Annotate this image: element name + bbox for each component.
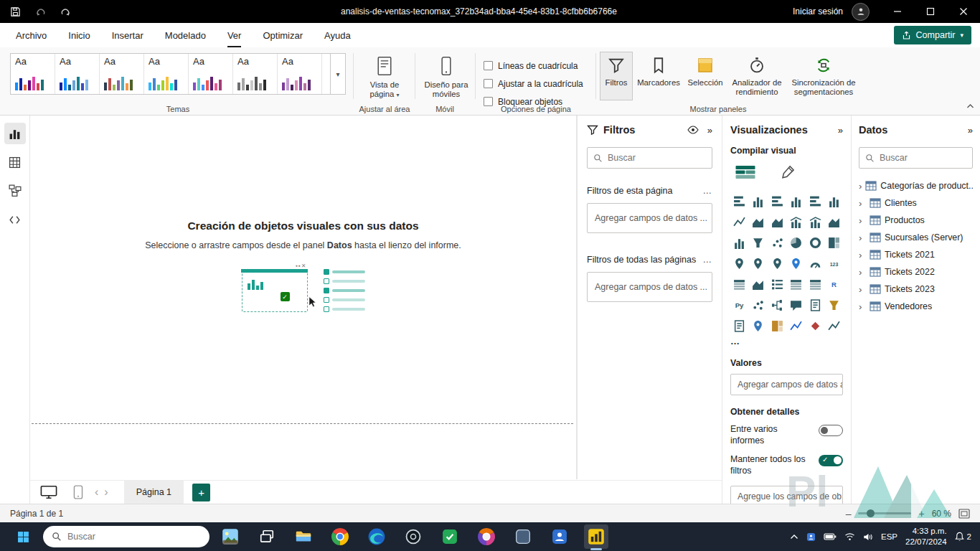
maximize-button[interactable] (914, 0, 947, 23)
task-view-taskbar-icon[interactable] (255, 524, 279, 549)
paginated-report-icon[interactable] (730, 317, 748, 334)
page-view-button[interactable]: Vista de página ▾ (357, 53, 412, 100)
data-search-input[interactable] (880, 153, 966, 163)
theme-gallery-dropdown[interactable]: ▾ (330, 54, 345, 94)
undo-icon[interactable] (35, 6, 46, 17)
stacked-column-chart-icon[interactable] (750, 192, 767, 209)
r-script-visual-icon[interactable]: R (826, 276, 843, 293)
report-canvas[interactable]: Creación de objetos visuales con sus dat… (30, 116, 577, 479)
line-chart-icon[interactable] (730, 213, 748, 230)
decomposition-tree-icon[interactable] (768, 296, 786, 314)
data-search[interactable] (859, 147, 973, 169)
donut-chart-icon[interactable] (806, 234, 824, 251)
prev-page-icon[interactable]: ‹ (95, 486, 98, 499)
collapse-pane-icon[interactable]: » (838, 125, 843, 136)
minimize-button[interactable] (881, 0, 914, 23)
hidden-icons-chevron[interactable] (790, 534, 798, 540)
data-table-row[interactable]: ›Sucursales (Server) (859, 229, 973, 246)
line-clustered-column-chart-icon[interactable] (806, 213, 824, 230)
menu-insertar[interactable]: Insertar (112, 23, 143, 47)
slicer-icon[interactable] (768, 276, 786, 293)
data-table-row[interactable]: ›Tickets 2022 (859, 263, 973, 281)
zoom-in-button[interactable]: + (918, 508, 924, 519)
wifi-icon[interactable] (844, 532, 855, 541)
data-table-row[interactable]: ›Tickets 2021 (859, 246, 973, 263)
green-app-taskbar-icon[interactable] (438, 524, 462, 549)
share-button[interactable]: Compartir ▾ (894, 26, 971, 44)
save-icon[interactable] (10, 6, 21, 17)
theme-card-4[interactable]: Aa (144, 54, 189, 94)
colorful-browser-taskbar-icon[interactable] (474, 524, 499, 549)
taskbar-search[interactable] (43, 526, 209, 547)
photos-app-taskbar-icon[interactable] (218, 524, 242, 549)
python-visual-icon[interactable]: Py (730, 296, 748, 314)
theme-card-6[interactable]: Aa (233, 54, 278, 94)
desktop-layout-icon[interactable] (40, 485, 57, 499)
report-view-button[interactable] (4, 123, 26, 144)
data-table-row[interactable]: ›Tickets 2023 (859, 281, 973, 298)
gridlines-checkbox-row[interactable]: Líneas de cuadrícula (484, 57, 583, 75)
theme-card-2[interactable]: Aa (55, 54, 100, 94)
stacked-area-chart-icon[interactable] (768, 213, 786, 230)
sign-in-link[interactable]: Iniciar sesión (793, 6, 843, 17)
start-button[interactable] (10, 524, 36, 550)
glass-app-taskbar-icon[interactable] (511, 524, 535, 549)
battery-icon[interactable] (824, 532, 837, 541)
people-app-taskbar-icon[interactable] (547, 524, 572, 549)
fit-to-page-icon[interactable] (958, 509, 970, 519)
expand-chevron-icon[interactable]: › (859, 250, 866, 260)
menu-optimizar[interactable]: Optimizar (263, 23, 303, 47)
language-indicator[interactable]: ESP (881, 532, 897, 541)
expand-chevron-icon[interactable]: › (859, 232, 866, 243)
multi-row-card-icon[interactable] (730, 276, 748, 293)
matrix-icon[interactable] (806, 276, 824, 293)
power-bi-taskbar-icon[interactable] (584, 524, 608, 549)
filters-search[interactable] (587, 147, 712, 169)
table-icon[interactable] (788, 276, 805, 293)
zoom-slider-handle[interactable] (867, 509, 875, 517)
azure-map-icon[interactable] (788, 255, 805, 272)
filters-panel-button[interactable]: Filtros (600, 52, 633, 100)
100-stacked-column-chart-icon[interactable] (826, 192, 843, 209)
waterfall-chart-icon[interactable] (730, 234, 748, 251)
build-visual-tab[interactable] (735, 164, 756, 181)
values-dropzone[interactable]: Agregar campos de datos a... (730, 374, 843, 395)
more-visuals-icon[interactable]: … (730, 336, 843, 347)
eye-icon[interactable] (687, 126, 699, 134)
funnel-chart-icon[interactable] (750, 234, 767, 251)
clustered-bar-chart-icon[interactable] (768, 192, 786, 209)
cross-report-toggle[interactable] (819, 425, 843, 436)
card-icon[interactable]: 123 (826, 255, 843, 272)
kpi-icon[interactable] (750, 276, 767, 293)
mobile-layout-button[interactable]: Diseño para móviles (418, 53, 475, 100)
theme-card-7[interactable]: Aa (278, 54, 322, 94)
gridlines-checkbox[interactable] (484, 61, 493, 70)
stacked-bar-chart-icon[interactable] (730, 192, 748, 209)
theme-card-3[interactable]: Aa (100, 54, 144, 94)
power-apps-icon[interactable] (768, 317, 786, 334)
metrics-icon[interactable] (826, 296, 843, 314)
expand-chevron-icon[interactable]: › (859, 284, 866, 295)
filters-page-dropzone[interactable]: Agregar campos de datos ... (587, 203, 712, 233)
expand-chevron-icon[interactable]: › (859, 267, 866, 278)
pie-chart-icon[interactable] (788, 234, 805, 251)
menu-inicio[interactable]: Inicio (68, 23, 90, 47)
data-table-row[interactable]: ›Clientes (859, 194, 973, 212)
ring-app-taskbar-icon[interactable] (401, 524, 425, 549)
keep-filters-toggle[interactable] (819, 455, 843, 466)
mobile-layout-icon[interactable] (73, 485, 83, 499)
data-table-row[interactable]: ›Productos (859, 212, 973, 229)
premium-visual-icon[interactable] (806, 317, 824, 334)
expand-chevron-icon[interactable]: › (859, 181, 862, 192)
zoom-out-button[interactable]: – (846, 508, 852, 519)
taskbar-search-input[interactable] (67, 532, 201, 542)
data-table-row[interactable]: ›Categorías de product... (859, 177, 973, 194)
power-automate-icon[interactable] (788, 317, 805, 334)
data-table-row[interactable]: ›Vendedores (859, 298, 973, 315)
volume-icon[interactable] (863, 532, 873, 542)
selection-panel-button[interactable]: Selección (684, 52, 726, 100)
chrome-browser-taskbar-icon[interactable] (328, 524, 352, 549)
ribbon-chart-icon[interactable] (826, 213, 843, 230)
ribbon-collapse-icon[interactable] (966, 103, 974, 109)
theme-card-1[interactable]: Aa (11, 54, 55, 94)
